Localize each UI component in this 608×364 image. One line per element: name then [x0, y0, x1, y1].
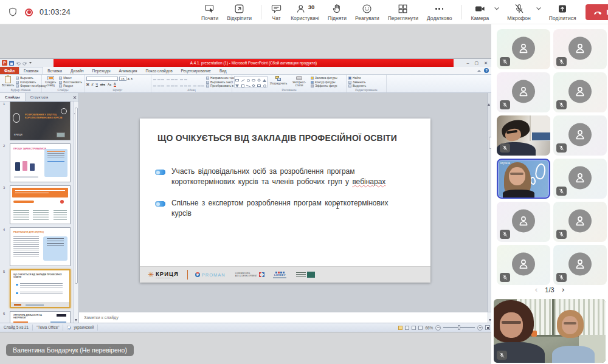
participant-tile[interactable] — [553, 245, 607, 285]
more-button[interactable]: Додатково — [426, 3, 453, 22]
align-right-button[interactable] — [180, 83, 191, 86]
tab-animations[interactable]: Анимация — [115, 67, 142, 74]
camera-options-chevron[interactable] — [494, 6, 500, 11]
share-button[interactable]: Поділитися — [548, 2, 578, 22]
slide-thumbnail-4[interactable]: РЕЗУЛЬТАТИ ДЛЯ ЗП(ПТО) — [10, 227, 71, 266]
participant-tile[interactable] — [553, 115, 607, 156]
change-case-button[interactable]: Aa — [108, 83, 111, 86]
new-slide-button[interactable]: Создать слайд — [44, 76, 57, 88]
shape-effects-button[interactable]: Эффекты фигур — [311, 84, 337, 88]
replace-button[interactable]: Заменить — [348, 81, 366, 84]
panel-tab-slides[interactable]: Слайды — [0, 93, 26, 101]
font-name-box[interactable] — [86, 77, 118, 81]
font-size-box[interactable]: 15 — [119, 77, 126, 81]
shrink-font-icon[interactable]: A — [131, 77, 133, 80]
active-speaker-video-tile[interactable]: krytsia — [497, 159, 550, 199]
page-next-icon[interactable]: › — [562, 286, 565, 294]
reading-view-button[interactable] — [412, 326, 416, 330]
qat-dropdown-icon[interactable] — [29, 62, 32, 64]
numbering-button[interactable] — [167, 77, 178, 80]
tab-review[interactable]: Рецензирование — [177, 67, 215, 74]
panel-tab-outline[interactable]: Структура — [26, 93, 53, 101]
slide-thumbnail-2[interactable]: ПРОШУ ЗАРЕЄСТРУВАТИСЯ — [10, 143, 71, 182]
slide-thumbnail-3[interactable] — [10, 185, 71, 224]
zoom-out-button[interactable] — [435, 325, 441, 331]
arrange-button[interactable]: Упорядочить — [269, 76, 288, 88]
zoom-slider[interactable] — [443, 327, 475, 328]
paste-button[interactable]: Вставить — [2, 76, 14, 88]
strikethrough-button[interactable]: abc — [100, 83, 105, 86]
start-share-button[interactable]: Почати — [200, 2, 219, 22]
slide-title[interactable]: ЩО ОЧІКУЄТЬСЯ ВІД ЗАКЛАДІВ ПРОФЕСІЙНОЇ О… — [157, 133, 418, 143]
bullets-button[interactable] — [153, 77, 164, 80]
tab-home[interactable]: Главная — [19, 67, 43, 74]
scroll-up-icon[interactable] — [488, 93, 490, 106]
unpin-button[interactable]: Відкріпити — [226, 2, 253, 22]
participant-tile[interactable] — [553, 72, 607, 112]
align-center-button[interactable] — [167, 83, 178, 86]
align-left-button[interactable] — [153, 83, 164, 86]
close-button[interactable]: ✕ — [484, 59, 488, 67]
react-button[interactable]: Реагувати — [354, 2, 381, 22]
view-button[interactable]: Переглянути — [387, 2, 420, 22]
justify-button[interactable] — [193, 83, 204, 86]
tab-slideshow[interactable]: Показ слайдов — [142, 67, 177, 74]
tab-insert[interactable]: Вставка — [43, 67, 66, 74]
participant-tile[interactable] — [497, 245, 550, 285]
slide-bullet-2[interactable]: Спільне з експертом розроблення програм … — [171, 198, 389, 219]
section-button[interactable]: Раздел — [59, 84, 82, 88]
ribbon-collapse-icon[interactable] — [477, 70, 481, 72]
tab-transitions[interactable]: Переходы — [88, 67, 115, 74]
camera-button[interactable]: Камера — [470, 2, 491, 22]
help-icon[interactable]: ? — [484, 68, 489, 73]
save-icon[interactable] — [9, 61, 14, 66]
normal-view-button[interactable] — [398, 326, 402, 330]
shapes-gallery[interactable] — [234, 76, 268, 88]
minimize-button[interactable]: – — [467, 59, 469, 67]
sorter-view-button[interactable] — [405, 326, 409, 330]
undo-icon[interactable] — [16, 61, 21, 66]
layout-button[interactable]: Макет — [59, 77, 82, 80]
zoom-slider-thumb[interactable] — [458, 325, 460, 330]
notes-pane[interactable]: Заметки к слайду — [79, 312, 492, 323]
panel-scrollbar[interactable] — [74, 101, 78, 323]
tab-file[interactable]: Файл — [0, 67, 19, 74]
redo-icon[interactable] — [22, 61, 27, 66]
current-slide[interactable]: ЩО ОЧІКУЄТЬСЯ ВІД ЗАКЛАДІВ ПРОФЕСІЙНОЇ О… — [140, 118, 430, 283]
zoom-in-button[interactable] — [477, 325, 483, 331]
reset-button[interactable]: Восстановить — [59, 81, 82, 84]
fit-to-window-button[interactable] — [485, 325, 490, 330]
self-view-video-tile[interactable] — [494, 299, 606, 363]
scroll-down-icon[interactable] — [75, 319, 77, 321]
participant-video-tile[interactable] — [497, 115, 550, 156]
leave-button[interactable]: Вийти — [586, 4, 608, 20]
bold-button[interactable]: Ж — [86, 83, 89, 86]
italic-button[interactable]: К — [92, 83, 94, 86]
mic-options-chevron[interactable] — [536, 6, 542, 11]
tab-view[interactable]: Вид — [215, 67, 231, 74]
slide-thumbnail-1[interactable]: РОЗРОБЛЕННЯ У ЗП(ПТО) КОРОТКОТЕРМІНОВИХ … — [10, 101, 71, 140]
participant-tile[interactable] — [553, 159, 607, 199]
participant-tile[interactable] — [497, 72, 550, 112]
panel-scroll-thumb[interactable] — [75, 108, 78, 284]
find-button[interactable]: Найти — [348, 77, 366, 80]
select-button[interactable]: Выделить — [348, 84, 366, 88]
raise-hand-button[interactable]: Підняти — [326, 2, 348, 22]
chat-button[interactable]: Чат — [269, 2, 283, 22]
slide-thumbnail-5-selected[interactable]: ЩО ОЧІКУЄТЬСЯ ВІД ЗАКЛАДІВ ПРОФЕСІЙНОЇ О… — [10, 269, 71, 308]
indent-button[interactable] — [180, 77, 187, 80]
participant-tile[interactable] — [497, 29, 550, 69]
mic-button[interactable]: Мікрофон — [506, 2, 532, 22]
underline-button[interactable]: Ч — [95, 83, 97, 86]
participant-tile[interactable] — [497, 202, 550, 242]
maximize-button[interactable]: ▢ — [475, 59, 479, 67]
slideshow-view-button[interactable] — [418, 326, 423, 330]
participant-tile[interactable] — [553, 29, 607, 69]
language-status[interactable]: украинский — [63, 325, 98, 331]
participants-button[interactable]: 30 Користувачі — [289, 2, 320, 22]
shape-outline-button[interactable]: Контур фигуры — [311, 81, 337, 84]
tab-design[interactable]: Дизайн — [66, 67, 88, 74]
slide-thumbnail-6[interactable]: СТРУКТУРА ДІЯЛЬНОСТІ ЗА НАПРЯМОМ — [10, 311, 71, 323]
shape-fill-button[interactable]: Заливка фигуры — [311, 77, 337, 80]
panel-close-icon[interactable] — [71, 93, 78, 101]
